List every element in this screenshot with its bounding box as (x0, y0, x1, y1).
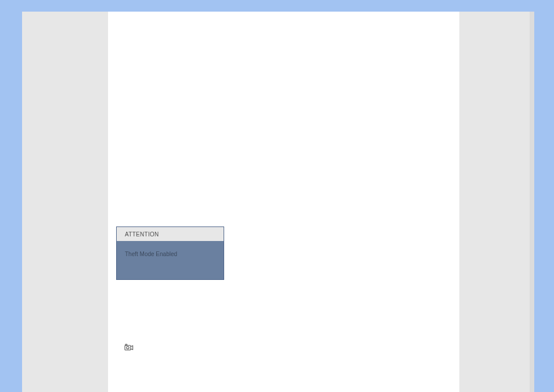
attention-notice-box: ATTENTION Theft Mode Enabled (116, 226, 224, 280)
document-page-container: ATTENTION Theft Mode Enabled (22, 12, 534, 392)
svg-rect-2 (125, 344, 127, 346)
notice-body-text: Theft Mode Enabled (125, 251, 177, 257)
page-shadow (530, 12, 534, 392)
camera-icon (124, 343, 134, 350)
document-page: ATTENTION Theft Mode Enabled (108, 12, 459, 392)
notice-header-text: ATTENTION (125, 231, 159, 238)
svg-point-1 (127, 347, 129, 349)
svg-rect-0 (125, 346, 131, 350)
notice-body: Theft Mode Enabled (117, 241, 224, 265)
notice-header: ATTENTION (117, 227, 224, 241)
